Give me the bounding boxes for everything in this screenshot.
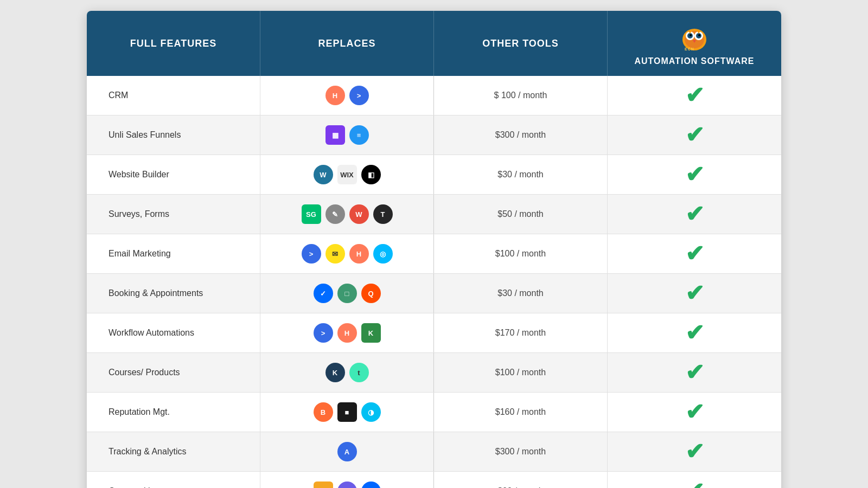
feature-name: Reputation Mgt. <box>87 393 260 432</box>
tool-logo-icon: ◑ <box>361 402 381 422</box>
tool-logo-icon: ✎ <box>326 204 345 224</box>
automation-check: ✔ <box>608 472 781 488</box>
tool-logo-icon: > <box>314 323 333 343</box>
checkmark-icon: ✔ <box>685 322 704 344</box>
automation-check: ✔ <box>608 353 781 392</box>
feature-name: Communities <box>87 472 260 488</box>
tool-logo-icon: □ <box>337 284 357 303</box>
svg-point-6 <box>690 34 692 36</box>
checkmark-icon: ✔ <box>685 163 704 186</box>
header-col2-label: REPLACES <box>318 38 375 49</box>
tool-logo-icon: ◧ <box>361 165 381 184</box>
feature-name: Unli Sales Funnels <box>87 115 260 155</box>
automation-check: ✔ <box>608 432 781 471</box>
tool-logo-icon: > <box>349 86 369 105</box>
checkmark-icon: ✔ <box>685 401 704 423</box>
automation-check: ✔ <box>608 274 781 313</box>
tool-logo-icon: SG <box>302 204 321 224</box>
header-other-tools: OTHER TOOLS <box>434 11 608 76</box>
replaces-logos: WWIX◧ <box>260 155 434 194</box>
tool-logo-icon: W <box>314 165 333 184</box>
tool-logo-icon: ✉ <box>326 244 345 264</box>
tool-logo-icon: > <box>302 244 321 264</box>
replaces-logos: >HK <box>260 313 434 352</box>
owl-logo-icon: ECN <box>678 21 711 53</box>
automation-check: ✔ <box>608 234 781 273</box>
automation-check: ✔ <box>608 313 781 352</box>
replaces-logos: A <box>260 432 434 471</box>
replaces-logos: H> <box>260 76 434 115</box>
tool-logo-icon: ■ <box>337 402 357 422</box>
tool-price: $100 / month <box>434 234 608 273</box>
checkmark-icon: ✔ <box>685 203 704 226</box>
tool-price: $30 / month <box>434 274 608 313</box>
tool-logo-icon: Q <box>361 284 381 303</box>
tool-price: $ 100 / month <box>434 76 608 115</box>
feature-name: Booking & Appointments <box>87 274 260 313</box>
table-row: Workflow Automations>HK$170 / month✔ <box>87 313 781 353</box>
table-row: CommunitiesskoolMC$90 / month✔ <box>87 472 781 488</box>
tool-logo-icon: ≡ <box>349 125 369 145</box>
automation-check: ✔ <box>608 115 781 155</box>
automation-check: ✔ <box>608 195 781 234</box>
feature-name: Surveys, Forms <box>87 195 260 234</box>
tool-logo-icon: ✓ <box>314 284 333 303</box>
tool-logo-icon: t <box>349 363 369 382</box>
tool-logo-icon: ◎ <box>373 244 393 264</box>
table-row: CRMH>$ 100 / month✔ <box>87 76 781 115</box>
table-header: FULL FEATURES REPLACES OTHER TOOLS <box>87 11 781 76</box>
checkmark-icon: ✔ <box>685 361 704 384</box>
svg-point-7 <box>698 34 700 36</box>
checkmark-icon: ✔ <box>685 282 704 305</box>
tool-logo-icon: ▦ <box>326 125 345 145</box>
brand-area: ECN <box>678 21 711 53</box>
tool-logo-icon: C <box>361 481 381 488</box>
replaces-logos: >✉H◎ <box>260 234 434 273</box>
header-replaces: REPLACES <box>260 11 434 76</box>
table-row: Email Marketing>✉H◎$100 / month✔ <box>87 234 781 274</box>
feature-name: Email Marketing <box>87 234 260 273</box>
table-row: Tracking & AnalyticsA$300 / month✔ <box>87 432 781 472</box>
tool-price: $50 / month <box>434 195 608 234</box>
header-full-features: FULL FEATURES <box>87 11 260 76</box>
replaces-logos: ▦≡ <box>260 115 434 155</box>
checkmark-icon: ✔ <box>685 480 704 488</box>
tool-logo-icon: K <box>361 323 381 343</box>
comparison-table: FULL FEATURES REPLACES OTHER TOOLS <box>87 11 781 488</box>
replaces-logos: skoolMC <box>260 472 434 488</box>
feature-name: CRM <box>87 76 260 115</box>
tool-price: $30 / month <box>434 155 608 194</box>
replaces-logos: Kt <box>260 353 434 392</box>
table-row: Reputation Mgt.B■◑$160 / month✔ <box>87 393 781 432</box>
checkmark-icon: ✔ <box>685 242 704 265</box>
checkmark-icon: ✔ <box>685 124 704 146</box>
tool-logo-icon: H <box>349 244 369 264</box>
tool-logo-icon: B <box>314 402 333 422</box>
header-col1-label: FULL FEATURES <box>130 38 216 49</box>
header-col4-label: AUTOMATION SOFTWARE <box>634 56 754 66</box>
feature-name: Website Builder <box>87 155 260 194</box>
table-row: Unli Sales Funnels▦≡$300 / month✔ <box>87 115 781 155</box>
automation-check: ✔ <box>608 76 781 115</box>
header-col3-label: OTHER TOOLS <box>482 38 559 49</box>
tool-price: $170 / month <box>434 313 608 352</box>
tool-price: $100 / month <box>434 353 608 392</box>
tool-logo-icon: A <box>337 442 357 461</box>
table-body: CRMH>$ 100 / month✔Unli Sales Funnels▦≡$… <box>87 76 781 488</box>
svg-text:ECN: ECN <box>685 47 694 51</box>
header-automation: ECN AUTOMATION SOFTWARE <box>608 11 781 76</box>
feature-name: Tracking & Analytics <box>87 432 260 471</box>
feature-name: Workflow Automations <box>87 313 260 352</box>
tool-price: $90 / month <box>434 472 608 488</box>
table-row: Website BuilderWWIX◧$30 / month✔ <box>87 155 781 195</box>
tool-logo-icon: K <box>326 363 345 382</box>
tool-logo-icon: skool <box>314 481 333 488</box>
tool-logo-icon: H <box>337 323 357 343</box>
tool-logo-icon: M <box>337 481 357 488</box>
table-row: Courses/ ProductsKt$100 / month✔ <box>87 353 781 393</box>
checkmark-icon: ✔ <box>685 84 704 107</box>
tool-price: $300 / month <box>434 115 608 155</box>
automation-check: ✔ <box>608 393 781 432</box>
tool-logo-icon: W <box>349 204 369 224</box>
tool-logo-icon: H <box>326 86 345 105</box>
